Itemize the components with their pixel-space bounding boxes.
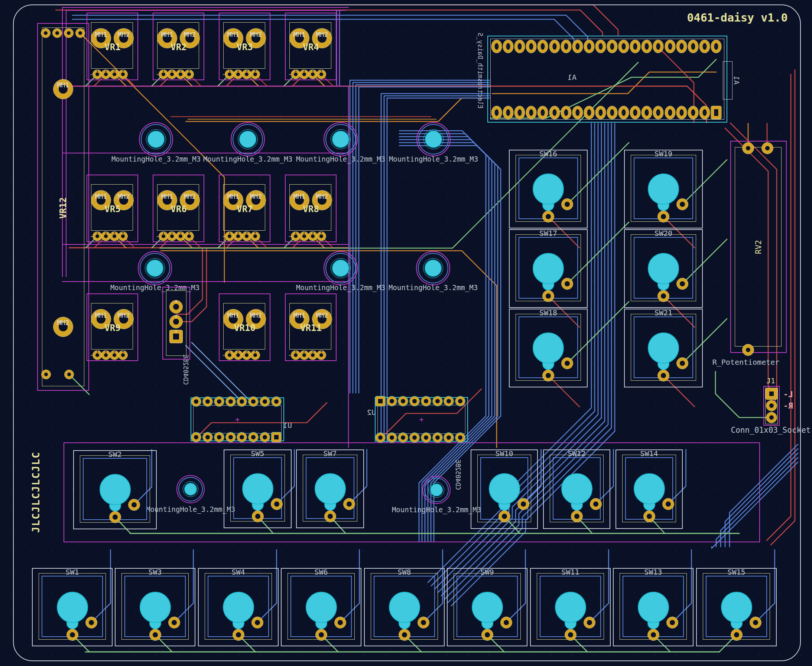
switch-sw20-plunger-hole[interactable] <box>648 253 679 284</box>
u1-socket-pad-top-5[interactable] <box>237 397 247 406</box>
switch-sw19-plunger-hole[interactable] <box>648 173 679 204</box>
vr12-pad-3[interactable] <box>64 29 73 38</box>
u1-socket-pad-top-1[interactable] <box>191 397 201 406</box>
j1-pad-2[interactable] <box>766 401 777 411</box>
switch-ref-label-sw10[interactable]: SW10 <box>495 449 513 458</box>
vr-ref-label-vr3[interactable]: VR3 <box>237 42 253 53</box>
switch-sw10-plunger-hole[interactable] <box>489 473 520 504</box>
switch-sw12-plunger-hole[interactable] <box>561 473 593 504</box>
u2-socket-pad-top-8[interactable] <box>455 396 465 406</box>
switch-sw21-pad-1[interactable] <box>658 370 669 381</box>
switch-sw21-plunger-hole[interactable] <box>648 333 679 364</box>
switch-sw18-pad-2[interactable] <box>562 358 573 369</box>
mounting-hole-drill[interactable] <box>332 260 349 277</box>
vr12-pad-6[interactable] <box>65 370 74 379</box>
switch-ref-label-sw20[interactable]: SW20 <box>654 229 672 238</box>
switch-sw19-pad-2[interactable] <box>677 199 688 210</box>
switch-sw11-plunger-hole[interactable] <box>555 592 586 623</box>
u2-socket-pad-top-3[interactable] <box>398 396 408 406</box>
rv2-pad-2[interactable] <box>762 143 773 154</box>
u2-socket-pad-bottom-1[interactable] <box>376 433 385 442</box>
switch-ref-label-sw5[interactable]: SW5 <box>251 449 264 458</box>
switch-sw2-plunger-hole[interactable] <box>100 474 131 505</box>
vr12-pad-2[interactable] <box>53 29 62 38</box>
switch-sw17-pad-2[interactable] <box>562 278 573 289</box>
switch-sw2-pad-2[interactable] <box>128 499 140 510</box>
switch-sw3-pad-1[interactable] <box>150 629 161 640</box>
vr12-pad-5[interactable] <box>41 370 51 379</box>
switch-sw3-pad-2[interactable] <box>169 617 180 628</box>
switch-sw9-pad-1[interactable] <box>482 629 493 640</box>
switch-sw6-plunger-hole[interactable] <box>306 592 337 623</box>
vr-ref-label-vr8[interactable]: VR8 <box>303 204 319 214</box>
mounting-hole-drill[interactable] <box>425 260 441 277</box>
switch-sw16-pad-1[interactable] <box>543 211 554 222</box>
switch-sw11-pad-2[interactable] <box>584 617 595 628</box>
switch-sw7-pad-2[interactable] <box>344 498 355 509</box>
j1-pad-1[interactable] <box>766 388 777 399</box>
switch-sw1-pad-2[interactable] <box>86 617 97 628</box>
switch-sw14-plunger-hole[interactable] <box>634 473 665 504</box>
u2-socket-pad-top-7[interactable] <box>444 396 453 406</box>
switch-sw1-pad-1[interactable] <box>67 629 78 640</box>
switch-sw19-pad-1[interactable] <box>658 211 669 222</box>
switch-ref-label-sw2[interactable]: SW2 <box>108 450 122 459</box>
switch-ref-label-sw4[interactable]: SW4 <box>231 567 245 577</box>
switch-sw5-plunger-hole[interactable] <box>242 473 273 504</box>
switch-sw4-pad-1[interactable] <box>233 629 244 640</box>
mounting-hole-drill[interactable] <box>332 131 349 148</box>
u1-socket-pad-bottom-8[interactable] <box>272 432 281 442</box>
switch-sw14-pad-2[interactable] <box>663 498 674 509</box>
switch-sw5-pad-2[interactable] <box>271 498 282 509</box>
u1-ref-label[interactable]: U1 <box>283 421 292 430</box>
switch-ref-label-sw3[interactable]: SW3 <box>148 567 161 577</box>
u1-socket-pad-bottom-2[interactable] <box>203 432 212 442</box>
switch-sw3-plunger-hole[interactable] <box>140 592 171 623</box>
switch-sw17-plunger-hole[interactable] <box>533 253 564 284</box>
mounting-hole-drill[interactable] <box>184 483 197 496</box>
switch-sw20-pad-2[interactable] <box>677 278 688 289</box>
u1-socket-pad-top-6[interactable] <box>249 397 258 406</box>
switch-ref-label-sw8[interactable]: SW8 <box>397 567 411 577</box>
switch-sw18-plunger-hole[interactable] <box>533 333 564 364</box>
u1-socket-pad-top-7[interactable] <box>260 397 270 406</box>
switch-ref-label-sw18[interactable]: SW18 <box>539 308 557 317</box>
switch-sw13-plunger-hole[interactable] <box>638 592 669 623</box>
mounting-hole-drill[interactable] <box>147 131 165 148</box>
u2-socket-pad-top-5[interactable] <box>421 396 431 406</box>
switch-sw4-plunger-hole[interactable] <box>223 592 254 623</box>
switch-sw17-pad-1[interactable] <box>543 290 554 302</box>
u1-socket-pad-top-3[interactable] <box>214 397 224 406</box>
switch-sw18-pad-1[interactable] <box>543 370 554 381</box>
u1-socket-pad-bottom-5[interactable] <box>237 432 247 442</box>
switch-sw10-pad-1[interactable] <box>499 511 510 522</box>
switch-sw5-pad-1[interactable] <box>252 511 264 522</box>
switch-sw13-pad-2[interactable] <box>667 617 678 628</box>
switch-ref-label-sw6[interactable]: SW6 <box>314 567 328 577</box>
switch-sw15-pad-2[interactable] <box>750 617 761 628</box>
switch-sw12-pad-1[interactable] <box>571 511 583 522</box>
switch-sw4-pad-2[interactable] <box>252 617 263 628</box>
rv2-value-label[interactable]: R_Potentiometer <box>712 358 780 367</box>
j1-value-label[interactable]: Conn_01x03_Socket <box>731 426 811 435</box>
vr-ref-label-vr12[interactable]: VR12 <box>58 197 68 219</box>
u2-socket-pad-bottom-7[interactable] <box>444 433 453 442</box>
switch-sw8-plunger-hole[interactable] <box>389 592 420 623</box>
u2-socket-pad-bottom-4[interactable] <box>410 433 419 442</box>
switch-sw21-pad-2[interactable] <box>677 358 688 369</box>
u1-socket-pad-top-8[interactable] <box>272 397 281 406</box>
vr-ref-label-vr7[interactable]: VR7 <box>237 204 253 214</box>
u2-socket-pad-bottom-3[interactable] <box>398 433 408 442</box>
vr-ref-label-vr11[interactable]: VR11 <box>300 323 322 333</box>
switch-ref-label-sw19[interactable]: SW19 <box>654 149 672 158</box>
rv2-pad-1[interactable] <box>743 143 754 154</box>
switch-sw15-pad-1[interactable] <box>731 629 742 640</box>
switch-sw13-pad-1[interactable] <box>648 629 659 640</box>
u1-socket-pad-top-4[interactable] <box>226 397 236 406</box>
vr12-pad-4[interactable] <box>76 29 85 38</box>
switch-sw7-plunger-hole[interactable] <box>315 473 346 504</box>
switch-sw9-plunger-hole[interactable] <box>472 592 503 623</box>
vr-ref-label-vr9[interactable]: VR9 <box>104 323 120 333</box>
u2-socket-pad-bottom-6[interactable] <box>433 433 442 442</box>
u1-socket-pad-bottom-4[interactable] <box>226 432 236 442</box>
